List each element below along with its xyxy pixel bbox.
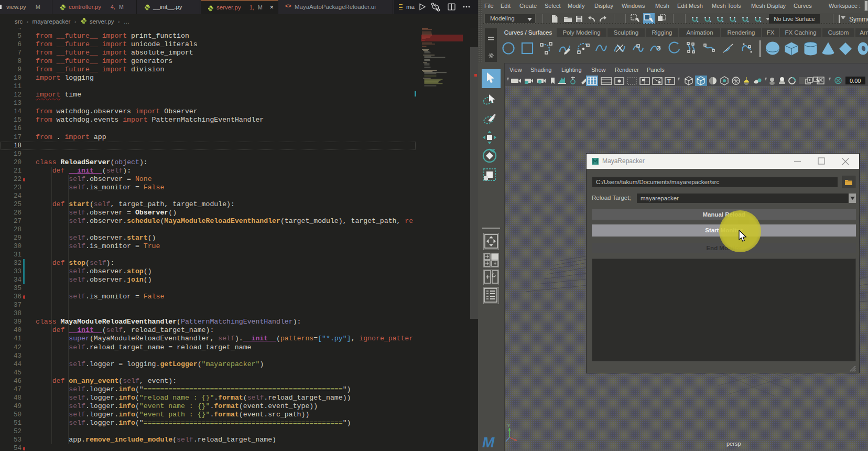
- svg-text:T: T: [667, 78, 671, 84]
- svg-text:0.00: 0.00: [850, 78, 861, 84]
- svg-text:ma: ma: [406, 4, 415, 10]
- svg-text:Y: Y: [507, 423, 511, 428]
